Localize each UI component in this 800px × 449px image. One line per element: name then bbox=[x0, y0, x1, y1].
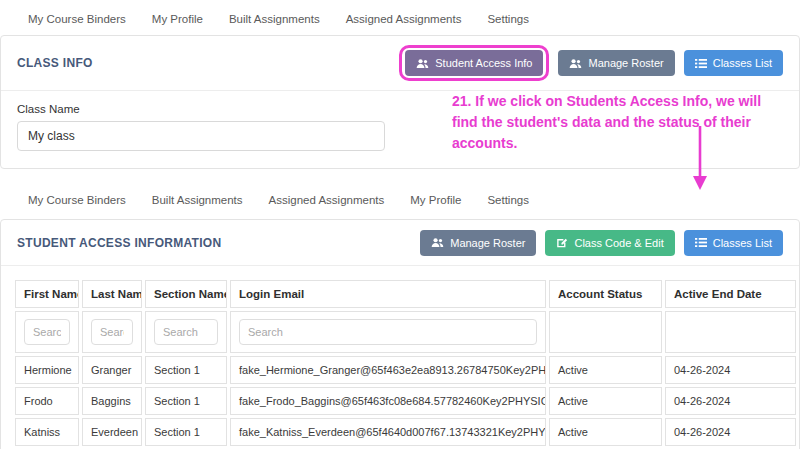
filter-cell-account-status bbox=[549, 311, 662, 353]
nav-item-built-assignments[interactable]: Built Assignments bbox=[152, 194, 243, 206]
cell-account-status: Active bbox=[549, 356, 662, 384]
class-name-input[interactable] bbox=[17, 121, 385, 151]
filter-cell-first-name bbox=[15, 311, 79, 353]
nav-item-assigned-assignments[interactable]: Assigned Assignments bbox=[269, 194, 385, 206]
search-input-first-name[interactable] bbox=[24, 319, 70, 345]
cell-section-name: Section 1 bbox=[145, 356, 227, 384]
nav-item-settings[interactable]: Settings bbox=[487, 13, 529, 25]
cell-active-end-date: 04-26-2024 bbox=[665, 356, 796, 384]
filter-cell-last-name bbox=[82, 311, 142, 353]
edit-icon bbox=[556, 237, 568, 248]
classes-list-label: Classes List bbox=[713, 57, 772, 69]
classes-list-button-2[interactable]: Classes List bbox=[684, 230, 783, 256]
annotation-highlight-ring: Student Access Info bbox=[399, 45, 549, 81]
table-header-row: First NameLast NameSection NameLogin Ema… bbox=[15, 280, 796, 308]
student-access-info-label: Student Access Info bbox=[435, 57, 532, 69]
column-header-last-name[interactable]: Last Name bbox=[82, 280, 142, 308]
student-access-screen: My Course BindersBuilt AssignmentsAssign… bbox=[0, 169, 800, 449]
annotation-text: 21. If we click on Students Access Info,… bbox=[452, 91, 790, 154]
table-row: HermioneGrangerSection 1fake_Hermione_Gr… bbox=[15, 356, 796, 384]
column-header-active-end-date[interactable]: Active End Date bbox=[665, 280, 796, 308]
list-icon bbox=[695, 58, 707, 69]
manage-roster-button-2[interactable]: Manage Roster bbox=[420, 230, 536, 256]
student-access-panel: STUDENT ACCESS INFORMATION Manage Roster… bbox=[0, 219, 800, 449]
student-access-panel-header: STUDENT ACCESS INFORMATION Manage Roster… bbox=[1, 220, 799, 266]
cell-last-name: Baggins bbox=[82, 387, 142, 415]
manage-roster-label: Manage Roster bbox=[588, 57, 663, 69]
students-table-wrap: First NameLast NameSection NameLogin Ema… bbox=[1, 266, 799, 449]
classes-list-label-2: Classes List bbox=[713, 237, 772, 249]
cell-login-email: fake_Katniss_Everdeen@65f4640d007f67.137… bbox=[230, 418, 546, 446]
list-icon bbox=[695, 237, 707, 248]
students-table: First NameLast NameSection NameLogin Ema… bbox=[12, 277, 799, 449]
cell-section-name: Section 1 bbox=[145, 387, 227, 415]
nav-item-my-course-binders[interactable]: My Course Binders bbox=[28, 13, 126, 25]
column-header-first-name[interactable]: First Name bbox=[15, 280, 79, 308]
table-row: KatnissEverdeenSection 1fake_Katniss_Eve… bbox=[15, 418, 796, 446]
manage-roster-button[interactable]: Manage Roster bbox=[558, 50, 674, 76]
student-access-actions: Manage Roster Class Code & Edit Classes … bbox=[420, 230, 783, 256]
cell-active-end-date: 04-26-2024 bbox=[665, 387, 796, 415]
cell-account-status: Active bbox=[549, 387, 662, 415]
users-icon bbox=[416, 58, 429, 69]
manage-roster-label-2: Manage Roster bbox=[450, 237, 525, 249]
class-info-actions: Student Access Info Manage Roster Cla bbox=[399, 45, 783, 81]
cell-last-name: Everdeen bbox=[82, 418, 142, 446]
search-input-section-name[interactable] bbox=[154, 319, 218, 345]
class-info-panel-header: CLASS INFO Student Access Info bbox=[1, 36, 799, 91]
panel-title-student-access: STUDENT ACCESS INFORMATION bbox=[17, 236, 221, 250]
filter-cell-active-end-date bbox=[665, 311, 796, 353]
nav-item-settings[interactable]: Settings bbox=[487, 194, 529, 206]
cell-first-name: Frodo bbox=[15, 387, 79, 415]
main-nav-top: My Course BindersMy ProfileBuilt Assignm… bbox=[0, 0, 800, 35]
table-filter-row bbox=[15, 311, 796, 353]
search-input-last-name[interactable] bbox=[91, 319, 133, 345]
cell-section-name: Section 1 bbox=[145, 418, 227, 446]
screenshot-root: My Course BindersMy ProfileBuilt Assignm… bbox=[0, 0, 800, 449]
nav-item-built-assignments[interactable]: Built Assignments bbox=[229, 13, 320, 25]
nav-item-my-course-binders[interactable]: My Course Binders bbox=[28, 194, 126, 206]
cell-last-name: Granger bbox=[82, 356, 142, 384]
nav-item-my-profile[interactable]: My Profile bbox=[152, 13, 203, 25]
cell-login-email: fake_Frodo_Baggins@65f463fc08e684.577824… bbox=[230, 387, 546, 415]
search-input-login-email[interactable] bbox=[239, 319, 537, 345]
cell-login-email: fake_Hermione_Granger@65f463e2ea8913.267… bbox=[230, 356, 546, 384]
classes-list-button[interactable]: Classes List bbox=[684, 50, 783, 76]
cell-account-status: Active bbox=[549, 418, 662, 446]
column-header-login-email[interactable]: Login Email bbox=[230, 280, 546, 308]
cell-active-end-date: 04-26-2024 bbox=[665, 418, 796, 446]
student-access-info-button[interactable]: Student Access Info bbox=[405, 50, 543, 76]
panel-title-class-info: CLASS INFO bbox=[17, 56, 93, 70]
main-nav-bottom: My Course BindersBuilt AssignmentsAssign… bbox=[0, 169, 800, 219]
filter-cell-login-email bbox=[230, 311, 546, 353]
filter-cell-section-name bbox=[145, 311, 227, 353]
column-header-section-name[interactable]: Section Name bbox=[145, 280, 227, 308]
class-code-edit-label: Class Code & Edit bbox=[574, 237, 663, 249]
class-code-edit-button[interactable]: Class Code & Edit bbox=[545, 230, 674, 256]
cell-first-name: Hermione bbox=[15, 356, 79, 384]
nav-item-my-profile[interactable]: My Profile bbox=[410, 194, 461, 206]
users-icon bbox=[431, 237, 444, 248]
cell-first-name: Katniss bbox=[15, 418, 79, 446]
annotation-arrow-down-icon bbox=[692, 125, 708, 191]
nav-item-assigned-assignments[interactable]: Assigned Assignments bbox=[346, 13, 462, 25]
column-header-account-status[interactable]: Account Status bbox=[549, 280, 662, 308]
table-row: FrodoBagginsSection 1fake_Frodo_Baggins@… bbox=[15, 387, 796, 415]
users-icon bbox=[569, 58, 582, 69]
